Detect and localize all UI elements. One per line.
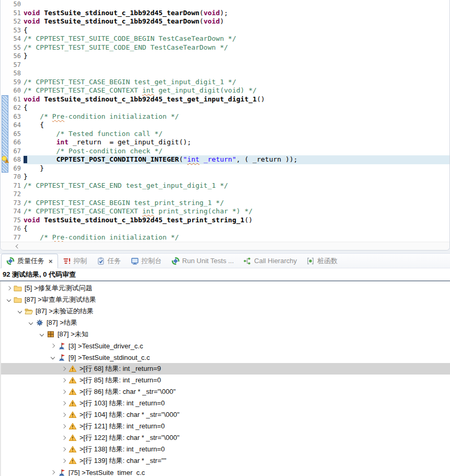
- tab-stubs[interactable]: 桩函数: [302, 254, 342, 268]
- tab-label: 任务: [108, 256, 121, 266]
- call-hierarchy-icon: [243, 257, 251, 265]
- tree-item[interactable]: >[行 86] 结果: char * _str="\000": [1, 386, 450, 398]
- line-number: 52: [10, 17, 24, 26]
- chevron-right-icon[interactable]: [59, 390, 68, 393]
- chevron-right-icon[interactable]: [4, 287, 14, 290]
- code-text: void TestSuite_stdinout_c_1bb92d45_test_…: [24, 95, 449, 104]
- chevron-down-icon[interactable]: [48, 356, 57, 359]
- chevron-right-icon[interactable]: [59, 448, 68, 451]
- chevron-right-icon[interactable]: [59, 379, 68, 382]
- chevron-down-icon[interactable]: [4, 298, 14, 301]
- annotation-ruler[interactable]: [1, 0, 10, 242]
- code-line-54[interactable]: 54/* CPPTEST_TEST_SUITE_CODE_BEGIN TestC…: [10, 35, 449, 43]
- tree-item-label: [5] >修复单元测试问题: [25, 284, 93, 293]
- chevron-right-icon[interactable]: [59, 402, 68, 405]
- code-line-74[interactable]: 74/* CPPTEST_TEST_CASE_CONTEXT int print…: [10, 207, 449, 216]
- line-number: 63: [10, 112, 24, 121]
- tree-item[interactable]: >[行 121] 结果: int _return=0: [1, 421, 450, 432]
- chevron-right-icon[interactable]: [48, 471, 57, 474]
- code-line-63[interactable]: 63 /* Pre-condition initialization */: [10, 112, 449, 121]
- tree-item-label: [87] >未知: [57, 330, 88, 339]
- tab-suppressions[interactable]: 抑制: [58, 254, 92, 268]
- chevron-right-icon[interactable]: [59, 425, 68, 428]
- tab-label: Run Unit Tests ...: [182, 257, 234, 265]
- code-line-71[interactable]: 71/* CPPTEST_TEST_CASE_END test_get_inpu…: [10, 182, 449, 190]
- chevron-right-icon[interactable]: [59, 436, 68, 439]
- code-line-53[interactable]: 53{: [10, 26, 449, 35]
- close-icon[interactable]: ×: [49, 257, 53, 265]
- code-line-66[interactable]: 66 int _return = get_input_digit();: [10, 138, 449, 147]
- tree-item[interactable]: [3] >TestSuite_driver_c.c: [1, 340, 450, 352]
- tab-run-unit-tests[interactable]: Run Unit Tests ...: [167, 254, 239, 268]
- tab-console[interactable]: 控制台: [126, 254, 167, 268]
- line-number: 56: [10, 52, 24, 61]
- scroll-left-icon[interactable]: [16, 244, 20, 248]
- chevron-down-icon[interactable]: [37, 333, 47, 336]
- tree-item[interactable]: >[行 139] 结果: char * _str="": [1, 455, 450, 467]
- results-tree[interactable]: [5] >修复单元测试问题[87] >审查单元测试结果[87] >未验证的结果[…: [0, 281, 450, 476]
- tree-item[interactable]: >[行 138] 结果: int _return=0: [1, 444, 450, 455]
- code-line-76[interactable]: 76{: [10, 224, 449, 233]
- code-text: {: [24, 26, 449, 35]
- code-line-70[interactable]: 70}: [10, 173, 449, 182]
- code-line-51[interactable]: 51void TestSuite_stdinout_c_1bb92d45_tea…: [10, 9, 449, 18]
- code-lines[interactable]: 5051void TestSuite_stdinout_c_1bb92d45_t…: [10, 0, 449, 242]
- tree-item[interactable]: >[行 103] 结果: int _return=0: [1, 398, 450, 409]
- code-text: }: [24, 164, 449, 173]
- view-tab-bar[interactable]: 质量任务×抑制任务控制台Run Unit Tests ...Call Hiera…: [0, 254, 450, 268]
- tree-item[interactable]: >[行 85] 结果: int _return=0: [1, 375, 450, 386]
- code-line-65[interactable]: 65 /* Tested function call */: [10, 130, 449, 139]
- tree-item[interactable]: [75] >TestSuite_timer_c.c: [1, 467, 450, 476]
- code-line-69[interactable]: 69 }: [10, 164, 449, 173]
- chevron-down-icon[interactable]: [26, 321, 36, 324]
- code-line-59[interactable]: 59/* CPPTEST_TEST_CASE_BEGIN test_get_in…: [10, 78, 449, 87]
- warning-icon: [68, 411, 77, 419]
- chevron-down-icon[interactable]: [15, 310, 25, 313]
- tree-item[interactable]: [87] >审查单元测试结果: [1, 294, 450, 305]
- tree-item[interactable]: >[行 122] 结果: char * _str="\000": [1, 432, 450, 444]
- code-text: [24, 190, 449, 199]
- tree-item[interactable]: [5] >修复单元测试问题: [1, 282, 450, 294]
- code-line-60[interactable]: 60/* CPPTEST_TEST_CASE_CONTEXT int get_i…: [10, 86, 449, 95]
- chevron-right-icon[interactable]: [59, 367, 68, 370]
- bulb-warning-icon[interactable]: [1, 155, 9, 164]
- line-number: 74: [10, 207, 24, 216]
- code-line-62[interactable]: 62{: [10, 104, 449, 112]
- line-number: 66: [10, 138, 24, 147]
- code-line-50[interactable]: 50: [10, 0, 449, 9]
- tree-item[interactable]: >[行 104] 结果: char * _str="\000": [1, 409, 450, 421]
- code-line-57[interactable]: 57: [10, 61, 449, 70]
- code-line-77[interactable]: 77 /* Pre-condition initialization */: [10, 233, 449, 242]
- tab-label: 控制台: [142, 256, 162, 266]
- tab-call-hierarchy[interactable]: Call Hierarchy: [238, 254, 302, 268]
- code-line-67[interactable]: 67 /* Post-condition check */: [10, 147, 449, 156]
- code-line-68[interactable]: 68 CPPTEST_POST_CONDITION_INTEGER("int _…: [10, 155, 449, 164]
- tree-item[interactable]: [87] >结果: [1, 317, 450, 328]
- code-line-61[interactable]: 61void TestSuite_stdinout_c_1bb92d45_tes…: [10, 95, 449, 104]
- tree-item[interactable]: [87] >未知: [1, 328, 450, 340]
- tab-quality-tasks[interactable]: 质量任务×: [1, 254, 58, 268]
- chevron-right-icon[interactable]: [59, 413, 68, 416]
- tab-tasks[interactable]: 任务: [92, 254, 126, 268]
- tree-item[interactable]: [9] >TestSuite_stdinout_c.c: [1, 352, 450, 363]
- folder-open-icon: [25, 307, 33, 315]
- tree-item[interactable]: >[行 68] 结果: int _return=9: [1, 363, 450, 375]
- tree-item[interactable]: [87] >未验证的结果: [1, 305, 450, 317]
- chevron-right-icon[interactable]: [59, 459, 68, 462]
- chevron-right-icon[interactable]: [48, 344, 57, 347]
- code-line-55[interactable]: 55/* CPPTEST_TEST_SUITE_CODE_END TestCas…: [10, 43, 449, 52]
- line-number: 67: [10, 147, 24, 156]
- code-text: CPPTEST_POST_CONDITION_INTEGER("int _ret…: [24, 155, 449, 164]
- code-line-73[interactable]: 73/* CPPTEST_TEST_CASE_BEGIN test_print_…: [10, 199, 449, 208]
- code-line-56[interactable]: 56}: [10, 52, 449, 61]
- code-text: /* CPPTEST_TEST_SUITE_CODE_BEGIN TestCas…: [24, 35, 449, 43]
- code-line-64[interactable]: 64 {: [10, 121, 449, 130]
- warning-icon: [68, 376, 77, 384]
- code-line-75[interactable]: 75void TestSuite_stdinout_c_1bb92d45_tes…: [10, 216, 449, 225]
- horizontal-scrollbar[interactable]: [1, 242, 449, 250]
- code-editor[interactable]: 5051void TestSuite_stdinout_c_1bb92d45_t…: [0, 0, 450, 251]
- line-number: 53: [10, 26, 24, 35]
- code-line-52[interactable]: 52void TestSuite_stdinout_c_1bb92d45_tea…: [10, 17, 449, 26]
- code-line-58[interactable]: 58: [10, 69, 449, 78]
- code-line-72[interactable]: 72: [10, 190, 449, 199]
